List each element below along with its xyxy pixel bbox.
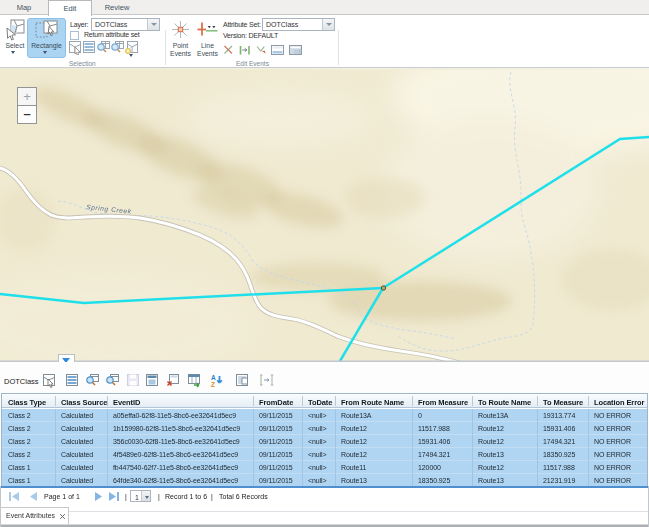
svg-text:Z: Z — [211, 381, 215, 388]
